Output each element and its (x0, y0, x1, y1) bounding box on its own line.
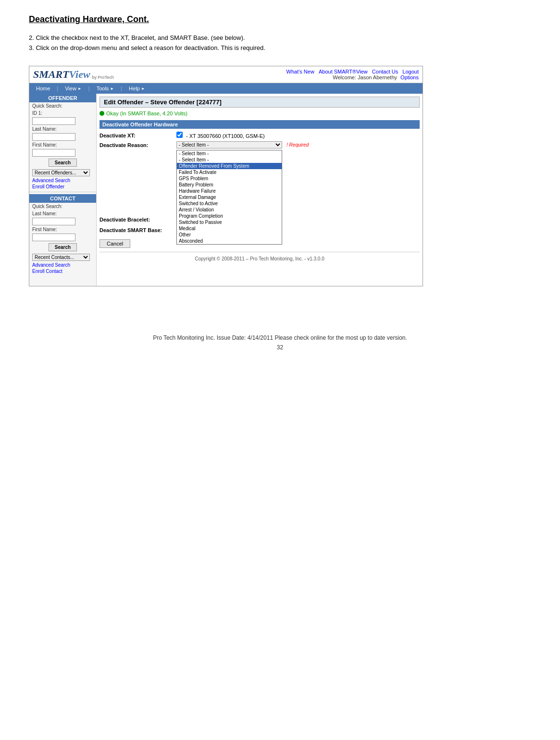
id-input[interactable] (32, 117, 75, 125)
dropdown-item-select2[interactable]: - Select Item - (177, 157, 282, 163)
logo-view: View (69, 68, 90, 81)
dropdown-item-failed[interactable]: Failed To Activate (177, 169, 282, 175)
last-name-input-contact[interactable] (32, 218, 75, 225)
tools-arrow-icon: ► (110, 86, 114, 91)
last-name-input-offender[interactable] (32, 133, 75, 141)
search-button-offender[interactable]: Search (49, 159, 77, 167)
enroll-contact-link[interactable]: Enroll Contact (29, 268, 96, 274)
required-text: ! Required (286, 142, 309, 148)
logo-smart: SMART (33, 68, 69, 81)
dropdown-item-arrest[interactable]: Arrest / Violation (177, 207, 282, 213)
menu-bar: Home | View ► | Tools ► | Help ► (29, 83, 423, 94)
panel-title: Edit Offender – Steve Offender [224777] (100, 97, 420, 108)
cancel-button[interactable]: Cancel (100, 239, 130, 248)
app-frame: SMART View by ProTech What's New About S… (29, 66, 423, 286)
welcome-line: Welcome: Jason Abernethy Options (284, 74, 419, 80)
deactivate-reason-row: Deactivate Reason: - Select Item - - Sel… (100, 141, 420, 148)
advanced-search-link-offender[interactable]: Advanced Search (29, 177, 96, 184)
deactivate-smartbase-label: Deactivate SMART Base: (100, 226, 176, 233)
menu-tools[interactable]: Tools ► (92, 84, 119, 93)
logo: SMART View by ProTech (33, 68, 114, 81)
menu-sep-2: | (88, 86, 90, 91)
dropdown-item-offender-removed[interactable]: Offender Removed From System (177, 163, 282, 169)
menu-view[interactable]: View ► (60, 84, 87, 93)
menu-help[interactable]: Help ► (124, 84, 150, 93)
deactivate-bracelet-label: Deactivate Bracelet: (100, 216, 176, 222)
page-footer: Pro Tech Monitoring Inc. Issue Date: 4/1… (0, 330, 560, 356)
id-label: ID 1: (29, 110, 96, 117)
help-arrow-icon: ► (141, 86, 145, 91)
dropdown-item-battery[interactable]: Battery Problem (177, 182, 282, 188)
welcome-text: Welcome: Jason Abernethy (333, 74, 397, 80)
recent-contacts-select[interactable]: Recent Contacts... (32, 254, 90, 261)
footer-text: Pro Tech Monitoring Inc. Issue Date: 4/1… (29, 334, 531, 341)
main-content: OFFENDER Quick Search: ID 1: Last Name: … (29, 94, 423, 286)
contact-section-header: CONTACT (29, 194, 96, 203)
last-name-label-offender: Last Name: (29, 125, 96, 133)
view-arrow-icon: ► (78, 86, 82, 91)
quick-search-label-contact: Quick Search: (29, 203, 96, 210)
first-name-label-contact: First Name: (29, 226, 96, 233)
enroll-offender-link[interactable]: Enroll Offender (29, 184, 96, 190)
dropdown-item-external[interactable]: External Damage (177, 194, 282, 200)
recent-offenders-select[interactable]: Recent Offenders... (32, 169, 90, 176)
deactivate-reason-label: Deactivate Reason: (100, 141, 176, 148)
sidebar: OFFENDER Quick Search: ID 1: Last Name: … (29, 94, 97, 286)
dropdown-item-absconded[interactable]: Absconded (177, 238, 282, 244)
sidebar-divider (29, 192, 96, 192)
first-name-label-offender: First Name: (29, 141, 96, 148)
nav-links: What's New About SMART®View Contact Us L… (284, 69, 419, 74)
page-title: Deactivating Hardware, Cont. (29, 14, 531, 25)
status-text: Okay (In SMART Base, 4.20 Volts) (106, 111, 187, 116)
advanced-search-link-contact[interactable]: Advanced Search (29, 262, 96, 268)
menu-home[interactable]: Home (31, 84, 55, 93)
contact-link[interactable]: Contact Us (372, 69, 398, 74)
top-nav: SMART View by ProTech What's New About S… (29, 66, 423, 83)
xt-checkbox[interactable] (176, 132, 183, 138)
search-button-contact[interactable]: Search (49, 243, 77, 251)
deactivate-xt-label: Deactivate XT: (100, 132, 176, 138)
instruction-1: 2. Click the checkbox next to the XT, Br… (29, 34, 531, 41)
copyright: Copyright © 2008-2011 – Pro Tech Monitor… (100, 252, 420, 263)
xt-text: - XT 35007660 (XT1000, GSM-E) (186, 133, 265, 139)
logo-byprotech: by ProTech (92, 75, 114, 80)
page-number: 32 (29, 344, 531, 351)
deactivate-xt-value: - XT 35007660 (XT1000, GSM-E) (176, 132, 420, 139)
right-panel: Edit Offender – Steve Offender [224777] … (97, 94, 423, 286)
last-name-label-contact: Last Name: (29, 210, 96, 217)
instruction-2: 3. Click on the drop-down menu and selec… (29, 44, 531, 51)
menu-sep-1: | (57, 86, 58, 91)
whats-new-link[interactable]: What's New (286, 69, 314, 74)
quick-search-label-offender: Quick Search: (29, 102, 96, 110)
first-name-input-contact[interactable] (32, 234, 75, 241)
deactivate-section-title: Deactivate Offender Hardware (100, 120, 420, 129)
dropdown-item-hardware[interactable]: Hardware Failure (177, 188, 282, 194)
logout-link[interactable]: Logout (402, 69, 419, 74)
deactivate-xt-row: Deactivate XT: - XT 35007660 (XT1000, GS… (100, 132, 420, 139)
dropdown-item-gps[interactable]: GPS Problem (177, 175, 282, 182)
menu-sep-3: | (121, 86, 122, 91)
offender-section-header: OFFENDER (29, 94, 96, 102)
deactivate-reason-select[interactable]: - Select Item - (176, 141, 282, 148)
dropdown-item-switched-active[interactable]: Switched to Active (177, 200, 282, 207)
dropdown-item-program[interactable]: Program Completion (177, 213, 282, 219)
options-link[interactable]: Options (400, 74, 419, 80)
dropdown-item-switched-passive[interactable]: Switched to Passive (177, 219, 282, 225)
dropdown-item-medical[interactable]: Medical (177, 225, 282, 232)
first-name-input-offender[interactable] (32, 149, 75, 157)
dropdown-item-select1[interactable]: - Select Item - (177, 150, 282, 157)
dropdown-item-other[interactable]: Other (177, 232, 282, 238)
dropdown-list: - Select Item - - Select Item - Offender… (176, 150, 282, 245)
status-dot-icon (100, 111, 104, 116)
status-ok: Okay (In SMART Base, 4.20 Volts) (100, 111, 420, 116)
deactivate-reason-value: - Select Item - - Select Item - - Select… (176, 141, 420, 148)
instructions-block: 2. Click the checkbox next to the XT, Br… (29, 34, 531, 51)
about-link[interactable]: About SMART®View (319, 69, 368, 74)
